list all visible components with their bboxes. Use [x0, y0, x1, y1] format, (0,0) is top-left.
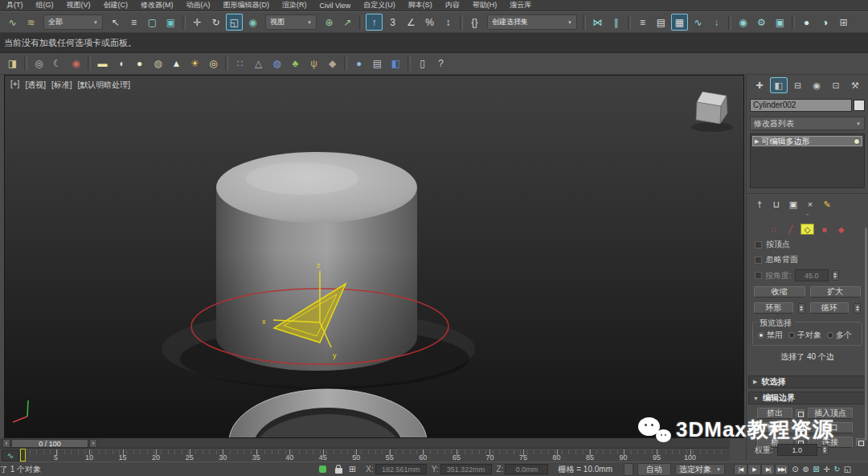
configure-modifier-sets-icon[interactable]: ✎	[821, 199, 833, 210]
selection-lock-icon[interactable]	[335, 468, 342, 474]
named-selection-sets-dropdown[interactable]: 创建选择集 ▼	[487, 14, 577, 30]
mirror-icon[interactable]: ⋈	[589, 14, 606, 31]
menu-item[interactable]: 自定义(U)	[357, 0, 402, 10]
sphere-light-icon[interactable]: ●	[131, 55, 148, 72]
transform-typein-icon[interactable]: ⊞	[349, 464, 356, 474]
menu-item[interactable]: 修改器(M)	[134, 0, 180, 10]
timeline-playhead[interactable]	[20, 449, 26, 462]
modifier-list-dropdown[interactable]: 修改器列表 ▼	[750, 117, 865, 130]
radio-disabled[interactable]: 禁用	[758, 330, 783, 341]
perspective-viewport[interactable]: [+][透视][标准][默认明暗处理]	[4, 75, 744, 438]
radio-dot[interactable]	[788, 332, 795, 339]
grow-button[interactable]: 扩大	[810, 286, 862, 298]
loop-button[interactable]: 循环	[810, 302, 850, 314]
moon-icon[interactable]: ☾	[49, 55, 66, 72]
light-grid-icon[interactable]: ∷	[231, 55, 248, 72]
schematic-view-icon[interactable]: ↓	[708, 14, 725, 31]
remove-modifier-icon[interactable]: ×	[805, 199, 816, 210]
modify-tab[interactable]: ◧	[770, 77, 788, 93]
slate-material-icon[interactable]: ▤	[369, 55, 386, 72]
select-and-link-icon[interactable]: ∿	[4, 14, 21, 31]
dome-light-icon[interactable]: ◖	[113, 55, 129, 72]
soft-selection-rollout[interactable]: ▶ 软选择	[748, 375, 866, 388]
spinner-control[interactable]	[854, 303, 861, 314]
panel-scrollbar[interactable]	[865, 228, 867, 441]
connect-settings-button[interactable]	[856, 438, 865, 447]
zoom-extents-button[interactable]: ⊠	[811, 464, 821, 475]
notes-icon[interactable]: ▯	[414, 55, 431, 72]
select-and-scale-icon[interactable]: ◱	[226, 14, 243, 31]
shrink-button[interactable]: 收缩	[754, 286, 805, 298]
menu-item[interactable]: Civil View	[313, 2, 358, 10]
next-frame-button[interactable]: ▶|	[761, 464, 775, 475]
radio-dot[interactable]	[758, 332, 764, 339]
spinner-control[interactable]	[832, 270, 839, 281]
zoom-button[interactable]: ⊙	[790, 464, 800, 475]
element-mode-icon[interactable]: ◆	[834, 224, 848, 235]
menu-item[interactable]: 内容	[439, 0, 466, 10]
spinner-control[interactable]	[821, 445, 829, 455]
keyboard-override-icon[interactable]: ↑	[366, 14, 383, 31]
camera-icon[interactable]: ◎	[31, 55, 47, 72]
checkbox[interactable]	[755, 241, 762, 248]
timeline-ruler[interactable]: 0510152025303540455055606570758085909510…	[23, 449, 723, 462]
time-slider-handle[interactable]: 0 / 100	[11, 439, 88, 448]
next-frame-arrow[interactable]: ›	[89, 439, 97, 448]
rock-icon[interactable]: ◆	[324, 55, 341, 72]
menu-item[interactable]: 脚本(S)	[402, 0, 439, 10]
zoom-all-button[interactable]: ⊚	[800, 464, 811, 475]
ies-light-icon[interactable]: ▲	[168, 55, 185, 72]
checkbox[interactable]	[755, 256, 762, 264]
leaf-icon[interactable]: ♣	[287, 55, 304, 72]
radio-subobject[interactable]: 子对象	[788, 330, 821, 341]
time-slider-track[interactable]: ‹ 0 / 100 ›	[0, 438, 730, 449]
menu-item[interactable]: 溜云库	[503, 0, 538, 10]
menu-item[interactable]: 渲染(R)	[276, 0, 313, 10]
set-key-button[interactable]	[624, 463, 633, 476]
menu-item[interactable]: 动画(A)	[180, 0, 217, 10]
menu-item[interactable]: 帮助(H)	[466, 0, 504, 10]
spinner-control[interactable]	[798, 303, 805, 314]
edge-mode-icon[interactable]: ╱	[784, 224, 797, 235]
menu-item[interactable]: 视图(V)	[60, 0, 97, 10]
viewport-label-segment[interactable]: [默认明暗处理]	[78, 80, 131, 91]
select-and-manipulate-icon[interactable]: ↗	[339, 14, 356, 31]
make-unique-icon[interactable]: ▣	[788, 199, 799, 210]
angle-snap-icon[interactable]: ∠	[403, 14, 420, 31]
target-light-icon[interactable]: ◨	[4, 55, 21, 72]
selection-filter-dropdown[interactable]: 全部 ▼	[43, 14, 103, 30]
align-icon[interactable]: ∥	[608, 14, 624, 31]
pan-button[interactable]: ✛	[821, 464, 832, 475]
edit-borders-rollout[interactable]: ▼ 编辑边界	[748, 392, 866, 404]
object-name-field[interactable]: Cylinder002	[750, 99, 852, 112]
y-coord-field[interactable]: 351.322mm	[440, 464, 492, 474]
z-coord-field[interactable]: 0.0mm	[505, 464, 548, 474]
display-tab[interactable]: ⊡	[827, 77, 845, 93]
mini-curve-editor-button[interactable]: ∿	[2, 449, 19, 462]
pin-stack-icon[interactable]: †	[754, 199, 765, 210]
curve-editor-icon[interactable]: ∿	[690, 14, 706, 31]
radio-multiple[interactable]: 多个	[827, 330, 852, 341]
edit-named-sets-icon[interactable]: {}	[466, 14, 483, 31]
bind-to-space-warp-icon[interactable]: ≋	[23, 14, 39, 31]
track-bar[interactable]: ∿ 05101520253035404550556065707580859095…	[0, 449, 730, 462]
x-coord-field[interactable]: 182.561mm	[375, 464, 427, 474]
select-and-rotate-icon[interactable]: ↻	[207, 14, 224, 31]
use-center-icon[interactable]: ⊕	[321, 14, 338, 31]
window-crossing-icon[interactable]: ▣	[162, 14, 179, 31]
select-object-icon[interactable]: ↖	[107, 14, 124, 31]
polygon-mode-icon[interactable]: ■	[817, 224, 831, 235]
viewport-label-segment[interactable]: [标准]	[51, 80, 72, 91]
terrain-icon[interactable]: △	[250, 55, 267, 72]
render-region-icon[interactable]: ◧	[387, 55, 404, 72]
border-mode-icon[interactable]: ◇	[800, 224, 814, 235]
ring-button[interactable]: 环形	[754, 302, 793, 314]
create-tab[interactable]: ✚	[751, 77, 768, 93]
viewport-label-segment[interactable]: [透视]	[25, 80, 46, 91]
rect-selection-region-icon[interactable]: ▢	[144, 14, 161, 31]
material-sphere-icon[interactable]: ●	[350, 55, 367, 72]
render-iterative-icon[interactable]: ◑	[817, 14, 833, 31]
render-setup-icon[interactable]: ⚙	[753, 14, 770, 31]
vertex-mode-icon[interactable]: ∷	[767, 224, 780, 235]
mesh-light-icon[interactable]: ◍	[149, 55, 166, 72]
